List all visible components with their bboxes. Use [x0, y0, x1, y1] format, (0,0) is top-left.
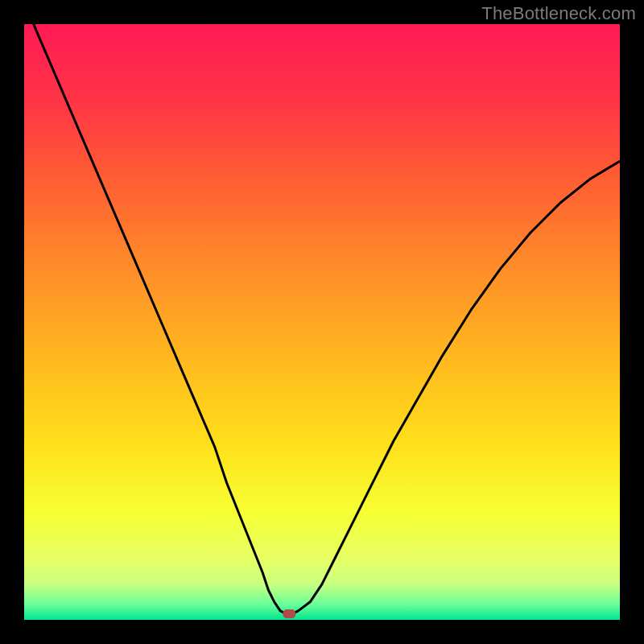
frame	[0, 620, 644, 644]
frame	[0, 0, 24, 644]
watermark-text: TheBottleneck.com	[481, 3, 636, 24]
chart-container: TheBottleneck.com	[0, 0, 644, 644]
frame	[620, 0, 644, 644]
optimal-marker	[283, 609, 295, 618]
plot-background	[24, 24, 620, 620]
bottleneck-chart	[0, 0, 644, 644]
